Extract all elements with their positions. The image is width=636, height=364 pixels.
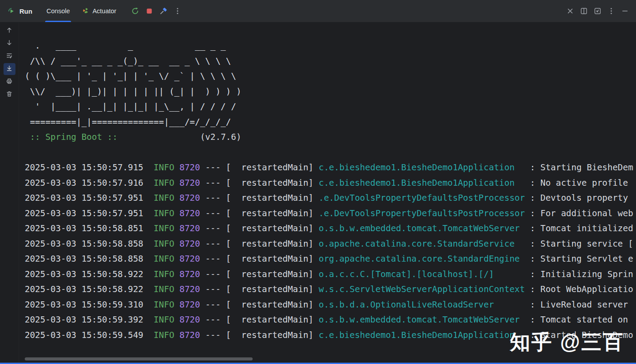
clear-icon [6, 90, 13, 99]
soft-wrap-icon [6, 52, 13, 61]
spring-boot-line: :: Spring Boot :: (v2.7.6) [25, 130, 636, 145]
print-button[interactable] [4, 76, 15, 88]
console-output[interactable]: . ____ _ __ _ _ /\\ / ___'_ __ _ _(_)_ _… [19, 23, 636, 363]
dock-button[interactable] [592, 5, 603, 17]
tool-window-header: Run Console Actuator [0, 0, 636, 23]
log-line: 2025-03-03 15:50:57.915 INFO 8720 --- [ … [25, 160, 636, 176]
spring-boot-label: :: Spring Boot :: [25, 132, 117, 142]
log-lines: 2025-03-03 15:50:57.915 INFO 8720 --- [ … [25, 160, 636, 343]
more-options-button[interactable] [172, 5, 183, 17]
log-line: 2025-03-03 15:50:57.951 INFO 8720 --- [ … [25, 206, 636, 221]
log-line: 2025-03-03 15:50:58.851 INFO 8720 --- [ … [25, 221, 636, 236]
log-line: 2025-03-03 15:50:58.922 INFO 8720 --- [ … [25, 267, 636, 282]
tab-actuator[interactable]: Actuator [76, 0, 122, 22]
build-button[interactable] [158, 5, 169, 17]
window-more-button[interactable] [606, 5, 617, 17]
navigate-down-button[interactable] [4, 38, 15, 49]
scroll-to-end-icon [6, 65, 13, 74]
split-layout-button[interactable] [578, 5, 590, 17]
tab-actuator-label: Actuator [92, 8, 116, 15]
rerun-button[interactable] [129, 5, 141, 17]
tab-console-label: Console [46, 8, 70, 15]
spring-boot-version: (v2.7.6) [200, 132, 241, 142]
log-line: 2025-03-03 15:50:58.858 INFO 8720 --- [ … [25, 236, 636, 252]
log-line: 2025-03-03 15:50:57.951 INFO 8720 --- [ … [25, 191, 636, 206]
tool-window-title: Run [19, 8, 32, 15]
spring-banner-gap [117, 132, 200, 142]
hide-button[interactable] [619, 5, 631, 17]
actuator-icon [82, 7, 89, 15]
header-right [564, 0, 636, 22]
log-line: 2025-03-03 15:50:59.310 INFO 8720 --- [ … [25, 297, 636, 313]
close-button[interactable] [564, 5, 576, 17]
console-content: . ____ _ __ _ _ /\\ / ___'_ __ _ _(_)_ _… [0, 23, 636, 363]
navigate-up-button[interactable] [4, 25, 15, 37]
header-left: Run Console Actuator [0, 0, 183, 22]
clear-console-button[interactable] [4, 89, 15, 101]
watermark: 知乎 @三百 [510, 334, 625, 350]
log-line: 2025-03-03 15:50:57.916 INFO 8720 --- [ … [25, 176, 636, 191]
log-line: 2025-03-03 15:50:59.392 INFO 8720 --- [ … [25, 312, 636, 328]
arrow-down-icon [6, 39, 13, 48]
header-actions [129, 5, 183, 17]
arrow-up-icon [6, 26, 13, 35]
stop-button[interactable] [144, 5, 155, 17]
run-tool-window: Run Console Actuator [0, 0, 636, 364]
log-line: 2025-03-03 15:50:58.922 INFO 8720 --- [ … [25, 282, 636, 297]
log-line: 2025-03-03 15:50:58.858 INFO 8720 --- [ … [25, 251, 636, 267]
run-tool-window-icon [7, 7, 16, 15]
scroll-to-end-button[interactable] [4, 63, 15, 75]
soft-wrap-button[interactable] [4, 50, 15, 62]
console-toolbar [0, 23, 19, 363]
print-icon [6, 78, 13, 86]
horizontal-scrollbar[interactable] [25, 357, 253, 360]
tab-console[interactable]: Console [40, 0, 76, 22]
banner-art: . ____ _ __ _ _ /\\ / ___'_ __ _ _(_)_ _… [25, 38, 636, 130]
